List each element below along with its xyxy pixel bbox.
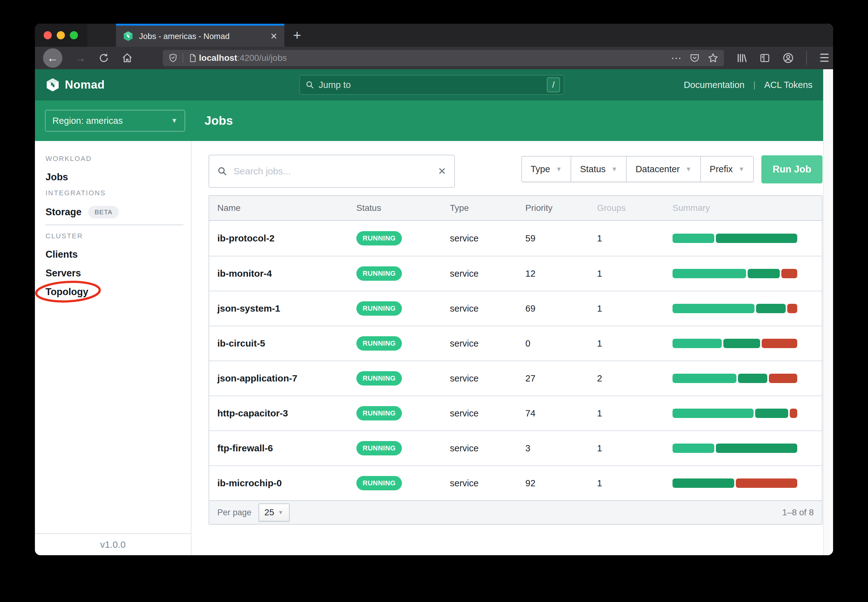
- table-row[interactable]: ib-microchip-0RUNNINGservice921: [209, 465, 822, 500]
- job-groups: 1: [589, 478, 664, 488]
- job-name[interactable]: ib-monitor-4: [209, 268, 348, 279]
- new-tab-button[interactable]: +: [284, 24, 310, 47]
- job-name[interactable]: json-application-7: [209, 373, 348, 384]
- browser-tab[interactable]: Jobs - americas - Nomad ✕: [116, 24, 284, 47]
- summary-segment-light: [673, 374, 736, 383]
- column-header-summary: Summary: [664, 203, 822, 213]
- nomad-brand[interactable]: Nomad: [46, 78, 105, 92]
- pocket-icon[interactable]: [690, 53, 699, 63]
- page-actions-icon[interactable]: ⋯: [671, 52, 682, 64]
- table-row[interactable]: ib-circuit-5RUNNINGservice01: [209, 326, 822, 361]
- jump-to-search[interactable]: Jump to /: [299, 75, 564, 95]
- shield-icon[interactable]: [169, 53, 178, 63]
- status-badge: RUNNING: [356, 266, 402, 281]
- jump-to-label: Jump to: [319, 80, 547, 90]
- job-name[interactable]: http-capacitor-3: [209, 408, 348, 419]
- documentation-link[interactable]: Documentation: [684, 80, 745, 90]
- summary-bar: [673, 408, 797, 418]
- table-row[interactable]: ftp-firewall-6RUNNINGservice31: [209, 430, 822, 465]
- page-info-icon[interactable]: [188, 54, 197, 62]
- library-icon[interactable]: [736, 53, 747, 63]
- sidebar-item-topology[interactable]: Topology: [46, 285, 88, 299]
- job-status-cell: RUNNING: [348, 231, 442, 246]
- bookmark-star-icon[interactable]: [708, 53, 718, 63]
- sidebar: WORKLOADJobsINTEGRATIONSStorageBETACLUST…: [35, 141, 192, 555]
- job-groups: 1: [589, 269, 664, 279]
- minimize-window-button[interactable]: [57, 31, 65, 39]
- account-icon[interactable]: [782, 52, 794, 64]
- acl-tokens-link[interactable]: ACL Tokens: [764, 80, 813, 90]
- summary-segment-red: [781, 269, 797, 278]
- table-row[interactable]: ib-protocol-2RUNNINGservice591: [209, 221, 822, 256]
- menu-icon[interactable]: ☰: [819, 51, 829, 64]
- sidebar-item-clients[interactable]: Clients: [46, 248, 78, 261]
- sidebar-item-jobs[interactable]: Jobs: [46, 170, 68, 184]
- job-name[interactable]: ib-microchip-0: [209, 478, 348, 488]
- url-text[interactable]: localhost:4200/ui/jobs: [199, 53, 671, 63]
- filter-label: Status: [580, 164, 606, 174]
- region-label: Region: americas: [52, 116, 123, 126]
- column-header-type[interactable]: Type: [442, 203, 517, 213]
- search-jobs-input[interactable]: [233, 166, 438, 177]
- summary-segment-dark: [755, 408, 788, 418]
- filter-label: Datacenter: [635, 164, 680, 174]
- jobs-table: NameStatusTypePriorityGroupsSummary ib-p…: [209, 195, 822, 525]
- status-badge: RUNNING: [356, 371, 402, 385]
- version-label: v1.0.0: [35, 533, 191, 555]
- job-name[interactable]: ib-protocol-2: [209, 233, 348, 244]
- filter-label: Type: [531, 164, 550, 174]
- close-window-button[interactable]: [44, 31, 52, 39]
- summary-segment-dark: [716, 233, 797, 243]
- job-name[interactable]: ftp-firewall-6: [209, 443, 348, 453]
- per-page-select[interactable]: 25 ▼: [258, 504, 290, 522]
- region-select[interactable]: Region: americas ▼: [45, 110, 185, 132]
- refresh-button[interactable]: [98, 53, 109, 63]
- job-name[interactable]: ib-circuit-5: [209, 338, 348, 349]
- summary-segment-dark: [756, 304, 786, 313]
- run-job-button[interactable]: Run Job: [761, 155, 822, 183]
- forward-button[interactable]: →: [75, 51, 86, 64]
- job-groups: 1: [589, 443, 664, 453]
- summary-segment-red: [787, 304, 797, 313]
- slash-shortcut-key: /: [547, 77, 560, 92]
- sidebar-item-storage[interactable]: StorageBETA: [46, 204, 119, 220]
- url-bar[interactable]: localhost:4200/ui/jobs ⋯: [163, 50, 724, 66]
- main-content: ✕ Type▼Status▼Datacenter▼Prefix▼ Run Job…: [192, 141, 833, 555]
- summary-segment-light: [673, 339, 722, 348]
- filter-status[interactable]: Status▼: [571, 156, 627, 182]
- filter-type[interactable]: Type▼: [521, 156, 572, 182]
- clear-search-icon[interactable]: ✕: [438, 165, 446, 177]
- back-button[interactable]: ←: [43, 48, 62, 68]
- table-row[interactable]: http-capacitor-3RUNNINGservice741: [209, 396, 822, 430]
- status-badge: RUNNING: [356, 301, 402, 316]
- home-button[interactable]: [121, 52, 133, 64]
- per-page-label: Per page: [217, 508, 252, 518]
- column-header-status[interactable]: Status: [348, 203, 442, 213]
- table-row[interactable]: ib-monitor-4RUNNINGservice121: [209, 256, 822, 291]
- app-subheader: Region: americas ▼ Jobs: [35, 100, 833, 141]
- filter-prefix[interactable]: Prefix▼: [701, 156, 754, 182]
- tab-close-icon[interactable]: ✕: [270, 31, 278, 41]
- chevron-down-icon: ▼: [685, 166, 692, 173]
- job-priority: 3: [517, 443, 589, 453]
- job-type: service: [442, 373, 517, 384]
- status-badge: RUNNING: [356, 441, 402, 455]
- filter-datacenter[interactable]: Datacenter▼: [627, 156, 701, 182]
- summary-segment-dark: [738, 374, 768, 383]
- status-badge: RUNNING: [356, 231, 402, 246]
- table-row[interactable]: json-application-7RUNNINGservice272: [209, 361, 822, 396]
- job-name[interactable]: json-system-1: [209, 303, 348, 314]
- sidebar-toggle-icon[interactable]: [759, 53, 770, 63]
- column-header-priority[interactable]: Priority: [517, 203, 589, 213]
- scrollbar-track[interactable]: [823, 69, 833, 555]
- job-summary-cell: [664, 304, 822, 313]
- table-row[interactable]: json-system-1RUNNINGservice691: [209, 291, 822, 326]
- job-summary-cell: [664, 408, 822, 418]
- job-summary-cell: [664, 374, 822, 383]
- zoom-window-button[interactable]: [70, 31, 78, 39]
- summary-segment-dark: [673, 479, 734, 488]
- search-box: ✕: [209, 155, 455, 188]
- column-header-name[interactable]: Name: [209, 203, 348, 213]
- brand-name: Nomad: [65, 78, 105, 91]
- sidebar-item-servers[interactable]: Servers: [46, 266, 81, 280]
